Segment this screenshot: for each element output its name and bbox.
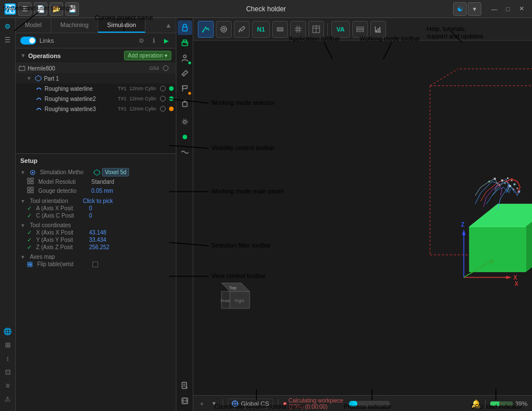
titlebar-left: ☰ 📄 📂 💾 [0,2,83,16]
toolbar-separator-1 [327,23,328,36]
maximize-button[interactable]: □ [502,3,514,15]
sidebar-item-list[interactable]: ≡ [2,379,14,392]
notification-bell[interactable]: 🔔 [471,399,481,408]
tabs-row: Model Machining Simulation ▲ [16,18,176,33]
toolbar-layers-btn[interactable] [352,21,368,38]
scroll-up-btn[interactable]: ▲ [161,18,176,33]
toolbar-chart-btn[interactable] [370,21,386,38]
mode-btn-lock[interactable] [178,20,192,35]
tree-item-op3[interactable]: Roughing waterline3 T#1 12mm Cylin [16,104,176,114]
mode-btn-wave[interactable] [178,145,192,160]
sidebar-item-arrows[interactable]: ↕ [2,352,14,365]
toolbar-va-btn[interactable]: VA [331,21,349,38]
toolbar-table-btn[interactable] [308,21,324,38]
sidebar-item-warning[interactable]: ⚠ [2,393,14,405]
progress-label: Calculating workpiece (20%) (0:00:00) [283,397,346,410]
svg-rect-2 [6,10,10,13]
svg-rect-15 [28,187,30,189]
mode-btn-globe[interactable] [178,394,192,408]
cs-dropdown-btn[interactable]: ▾ [210,399,218,408]
axis-a-label: A (Axis X Posit [36,205,87,211]
tab-simulation[interactable]: Simulation [98,18,145,33]
op2-color [169,96,174,101]
axis-a-row: ✓ A (Axis X Posit 0 [20,205,171,212]
svg-point-9 [32,171,33,173]
op2-tool: T#1 [118,96,127,101]
app-icon [5,3,16,15]
mode-btn-person[interactable] [178,51,192,65]
sidebar-item-settings[interactable]: ⚙ [2,20,14,33]
mode-btn-robot[interactable] [178,96,192,111]
play-icon[interactable]: ▶ [161,36,171,46]
svg-text:Right: Right [235,299,244,303]
svg-rect-55 [376,30,377,32]
save-button[interactable]: 💾 [65,2,79,16]
op3-icon [35,105,43,113]
tree-item-machine[interactable]: Hermle800 G54 [16,63,176,73]
tool-coords-label: Tool coordinates [30,222,81,228]
svg-point-39 [202,30,204,32]
new-file-button[interactable]: 📄 [34,2,47,16]
mode-btn-dot[interactable] [178,130,192,144]
add-operation-button[interactable]: Add operation ▾ [124,51,171,60]
sim-method-chevron: ▼ [20,170,25,175]
add-btn[interactable]: + [198,399,206,408]
mode-btn-print[interactable] [178,36,192,50]
svg-rect-14 [31,182,33,184]
close-button[interactable]: ✕ [515,3,527,15]
svg-text:Front: Front [221,299,230,303]
tool-orient-value[interactable]: Click to pick [83,198,113,204]
links-icons: ⚙ ℹ ▶ [136,36,171,46]
toolbar-tool-btn[interactable] [234,21,250,38]
scene-svg: Z X Top Front Right [193,41,532,395]
svg-rect-0 [6,5,10,8]
svg-rect-13 [28,182,30,184]
open-button[interactable]: 📂 [50,2,63,16]
axes-map-group: ▼ Axes map Flip table(wrist [20,253,171,268]
mode-btn-tool[interactable] [178,66,192,81]
tree-item-part[interactable]: ▼ Part 1 [16,73,176,83]
model-res-icon [27,178,35,185]
help-dropdown[interactable]: ▾ [468,2,481,16]
toolbar-n1-btn[interactable]: N1 [252,21,270,38]
minimize-button[interactable]: — [488,3,500,15]
coord-z-label: Z (Axis Z Posit [36,244,87,250]
model-res-label: Model Resoluti [38,179,89,185]
toolbar-grid-btn[interactable] [290,21,306,38]
3d-scene[interactable]: Z X Top Front Right [193,41,532,395]
sidebar-item-menu[interactable]: ☰ [2,34,14,46]
op1-color [169,86,174,91]
links-toggle[interactable] [20,37,36,45]
sim-method-label: Simulation Metho [40,169,91,175]
sidebar-item-stamp[interactable]: ⊡ [2,366,14,378]
toolbar-rect-btn[interactable] [272,21,288,38]
sidebar-item-layers[interactable]: ⊞ [2,339,14,351]
svg-point-29 [183,121,186,123]
op2-desc: 12mm Cylin [129,96,156,101]
svg-point-81 [518,191,520,193]
cpu-percent-label: 39% [515,400,527,407]
toolbar-cam-btn[interactable] [198,21,214,38]
operations-tree[interactable]: Hermle800 G54 ▼ Part 1 [16,63,176,153]
flip-table-swatch [92,262,98,267]
menu-button[interactable]: ☰ [18,2,32,16]
coord-system-label[interactable]: Global CS [228,399,273,409]
tab-machining[interactable]: Machining [51,18,98,33]
settings-icon[interactable]: ⚙ [136,36,147,46]
sim-method-value: Voxel 5d [102,168,129,176]
mode-btn-settings[interactable] [178,114,192,129]
mode-btn-doc[interactable] [178,378,192,393]
tree-item-op1[interactable]: Roughing waterline T#1 12mm Cylin [16,83,176,94]
tree-item-op2[interactable]: Roughing waterline2 T#1 12mm Cylin [16,94,176,104]
coord-y-check: ✓ [27,237,32,243]
theme-button[interactable]: ☯ [453,2,467,16]
machine-code: G54 [149,65,159,71]
gouge-icon [27,187,35,195]
mode-btn-flag[interactable] [178,81,192,96]
titlebar-right: ☯ ▾ — □ ✕ [449,2,532,16]
tab-model[interactable]: Model [16,18,51,33]
info-icon[interactable]: ℹ [149,36,159,46]
sidebar-item-globe[interactable]: 🌐 [2,325,14,338]
coord-y-value: 33.434 [89,237,107,243]
toolbar-view-btn[interactable] [216,21,232,38]
